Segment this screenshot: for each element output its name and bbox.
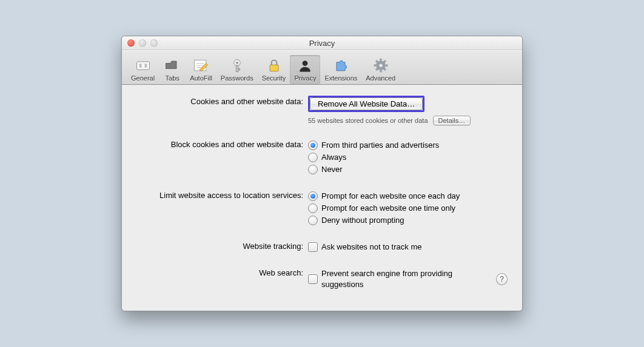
- toolbar-item-autofill[interactable]: AutoFill: [186, 55, 216, 84]
- svg-rect-9: [236, 65, 238, 72]
- help-icon[interactable]: ?: [496, 273, 508, 285]
- close-icon[interactable]: [127, 39, 135, 47]
- preferences-window: Privacy General Tabs AutoFill Passwords: [121, 36, 523, 311]
- toolbar: General Tabs AutoFill Passwords Security: [122, 50, 522, 85]
- preferences-content: Cookies and other website data: Remove A…: [122, 85, 522, 311]
- svg-rect-2: [144, 64, 147, 67]
- puzzle-icon: [332, 56, 350, 74]
- toolbar-label: Passwords: [221, 74, 253, 82]
- cookies-label: Cookies and other website data:: [136, 96, 308, 106]
- toolbar-item-privacy[interactable]: Privacy: [290, 55, 320, 84]
- lock-icon: [265, 56, 283, 74]
- radio-label: From third parties and advertisers: [321, 140, 439, 151]
- gear-icon: [372, 56, 390, 74]
- svg-rect-1: [139, 64, 141, 67]
- svg-line-20: [384, 68, 386, 70]
- svg-line-19: [376, 61, 378, 62]
- svg-point-8: [236, 62, 238, 64]
- details-button[interactable]: Details…: [433, 116, 471, 125]
- switch-icon: [134, 56, 152, 74]
- toolbar-item-security[interactable]: Security: [258, 55, 290, 84]
- toolbar-item-tabs[interactable]: Tabs: [159, 55, 186, 84]
- toolbar-label: Tabs: [166, 74, 179, 82]
- toolbar-item-extensions[interactable]: Extensions: [320, 55, 361, 84]
- block-radio-third-parties[interactable]: [308, 140, 318, 150]
- block-radio-always[interactable]: [308, 153, 318, 162]
- key-icon: [228, 56, 246, 74]
- radio-label: Deny without prompting: [321, 215, 404, 226]
- svg-rect-10: [238, 68, 240, 70]
- toolbar-label: Security: [262, 74, 286, 82]
- titlebar: Privacy: [122, 36, 522, 50]
- svg-rect-0: [136, 62, 149, 70]
- pencil-form-icon: [192, 56, 210, 74]
- radio-label: Prompt for each website once each day: [321, 191, 460, 202]
- location-radio-prompt-once[interactable]: [308, 203, 318, 213]
- stored-cookies-text: 55 websites stored cookies or other data: [308, 117, 428, 124]
- minimize-icon[interactable]: [139, 39, 146, 47]
- do-not-track-checkbox[interactable]: [308, 242, 318, 252]
- websearch-label: Web search:: [136, 267, 308, 277]
- window-title: Privacy: [122, 39, 522, 48]
- toolbar-label: Extensions: [324, 74, 357, 82]
- svg-line-22: [376, 68, 378, 70]
- toolbar-label: Privacy: [294, 74, 316, 82]
- radio-label: Never: [321, 164, 343, 175]
- toolbar-label: Advanced: [366, 74, 395, 82]
- toolbar-item-general[interactable]: General: [127, 55, 159, 84]
- silhouette-icon: [296, 56, 314, 74]
- radio-label: Always: [321, 152, 346, 163]
- location-radio-prompt-day[interactable]: [308, 191, 318, 201]
- remove-all-website-data-button[interactable]: Remove All Website Data…: [310, 97, 423, 110]
- toolbar-label: General: [131, 74, 155, 82]
- toolbar-label: AutoFill: [190, 74, 212, 82]
- radio-label: Prompt for each website one time only: [321, 203, 455, 214]
- checkbox-label: Prevent search engine from providing sug…: [321, 268, 488, 290]
- block-radio-never[interactable]: [308, 165, 318, 174]
- remove-data-highlight: Remove All Website Data…: [308, 96, 424, 112]
- location-label: Limit website access to location service…: [136, 190, 308, 200]
- location-radio-deny[interactable]: [308, 216, 318, 225]
- tab-icon: [163, 56, 181, 74]
- svg-point-12: [303, 61, 308, 66]
- tracking-label: Website tracking:: [136, 240, 308, 251]
- checkbox-label: Ask websites not to track me: [321, 242, 421, 253]
- toolbar-item-passwords[interactable]: Passwords: [216, 55, 258, 84]
- svg-point-14: [379, 64, 382, 67]
- zoom-icon[interactable]: [150, 39, 158, 47]
- svg-line-21: [384, 61, 386, 62]
- prevent-suggestions-checkbox[interactable]: [308, 274, 318, 284]
- block-cookies-label: Block cookies and other website data:: [136, 139, 308, 149]
- toolbar-item-advanced[interactable]: Advanced: [361, 55, 400, 84]
- traffic-lights: [122, 39, 158, 47]
- svg-rect-11: [270, 65, 278, 71]
